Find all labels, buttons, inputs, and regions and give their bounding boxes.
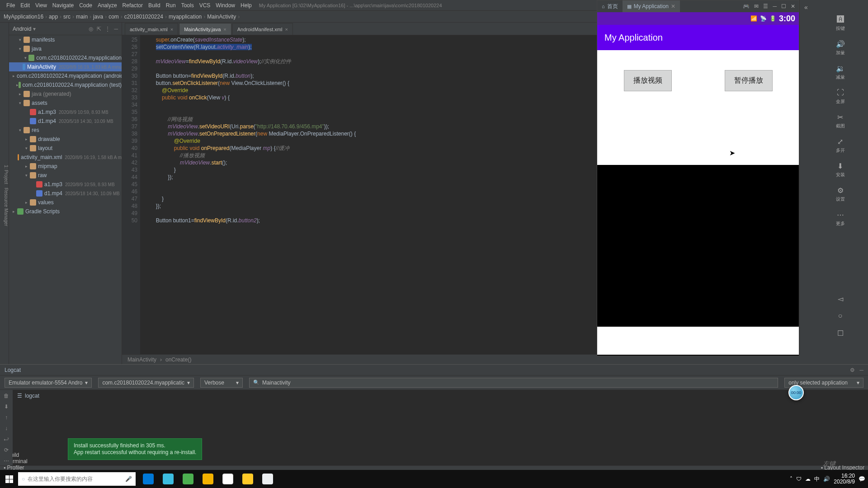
menu-refactor[interactable]: Refactor <box>120 2 146 9</box>
menu-icon[interactable]: ☰ <box>763 3 768 9</box>
play-video-button[interactable]: 播放视频 <box>624 70 672 91</box>
taskbar-app-4[interactable] <box>198 470 218 488</box>
video-view[interactable] <box>597 165 799 327</box>
tray-cloud-icon[interactable]: ☁ <box>805 476 811 482</box>
logcat-search[interactable]: 🔍 Mainactivity <box>249 378 778 388</box>
taskbar-app-3[interactable] <box>178 470 198 488</box>
chevron-down-icon[interactable]: ▾ <box>33 26 36 32</box>
tree-node[interactable]: ▾ layout <box>9 144 122 153</box>
menu-window[interactable]: Window <box>213 2 238 9</box>
emulator-tab-app[interactable]: ▦ My Application ✕ <box>623 0 680 12</box>
tree-node[interactable]: ▸ values <box>9 198 122 207</box>
tree-node[interactable]: a1.mp32020/8/9 10:59, 8.93 MB <box>9 108 122 117</box>
taskbar-app-6[interactable] <box>238 470 258 488</box>
tray-chevron[interactable]: ˄ <box>790 476 793 482</box>
hide-icon[interactable]: ─ <box>114 26 118 32</box>
menu-build[interactable]: Build <box>146 2 163 9</box>
level-selector[interactable]: Verbose▾ <box>200 378 243 388</box>
emu-action-多开[interactable]: ⤢多开 <box>812 137 868 154</box>
tree-node[interactable]: d1.mp42020/5/18 14:30, 10.09 MB <box>9 189 122 198</box>
device-selector[interactable]: Emulator emulator-5554 Andro▾ <box>5 378 92 388</box>
mail-icon[interactable]: ✉ <box>754 3 759 9</box>
emu-action-更多[interactable]: ⋯更多 <box>812 211 868 227</box>
taskbar-app-1[interactable] <box>138 470 158 488</box>
tree-node[interactable]: ▾ com.c201801020224.myapplication <box>9 53 122 62</box>
restart-icon[interactable]: ⟳ <box>3 447 10 454</box>
tray-notifications-icon[interactable]: 💬 <box>859 476 865 482</box>
menu-help[interactable]: Help <box>238 2 255 9</box>
tree-node[interactable]: activity_main.xml2020/8/9 16:19, 1.58 kB… <box>9 153 122 162</box>
emu-close-icon[interactable]: ✕ <box>791 3 795 9</box>
project-panel-header[interactable]: Android ▾ ◎ ⇱ ⋮ ─ <box>9 23 122 35</box>
gear-icon[interactable]: ⚙ <box>850 367 855 373</box>
process-selector[interactable]: com.c201801020224.myapplicatic▾ <box>98 378 193 388</box>
menu-vcs[interactable]: VCS <box>197 2 213 9</box>
emu-action-设置[interactable]: ⚙设置 <box>812 186 868 202</box>
breadcrumb[interactable]: MyApplication16›app›src›main›java›com›c2… <box>4 14 240 20</box>
tree-node[interactable]: ▸ java (generated) <box>9 89 122 99</box>
tree-node[interactable]: ▾ manifests <box>9 35 122 44</box>
more-icon[interactable]: ⋯ <box>3 458 10 465</box>
editor-tab[interactable]: AndroidManifest.xml× <box>232 23 293 35</box>
tree-node[interactable]: ▸ com.c201801020224.myapplication (test) <box>9 80 122 89</box>
emu-action-减量[interactable]: 🔉减量 <box>812 64 868 80</box>
editor-tab[interactable]: MainActivity.java× <box>179 23 231 35</box>
tree-node[interactable]: a1.mp32020/8/9 10:59, 8.93 MB <box>9 180 122 189</box>
menu-view[interactable]: View <box>33 2 50 9</box>
taskbar-search[interactable]: ○ 🎤 <box>18 472 136 486</box>
menu-code[interactable]: Code <box>76 2 95 9</box>
search-input[interactable] <box>28 476 123 482</box>
tray-ime-icon[interactable]: 中 <box>814 475 820 483</box>
close-icon[interactable]: × <box>285 27 288 32</box>
trash-icon[interactable]: 🗑 <box>3 393 10 400</box>
nav-home-icon[interactable]: ○ <box>836 312 845 321</box>
tray-clock[interactable]: 16:20 2020/8/9 <box>834 473 855 485</box>
taskbar-app-2[interactable] <box>158 470 178 488</box>
gamepad-icon[interactable]: 🎮 <box>743 3 750 9</box>
emu-action-截图[interactable]: ✂截图 <box>812 113 868 129</box>
close-icon[interactable]: × <box>170 27 173 32</box>
emulator-tab-home[interactable]: ⌂ 首页 <box>597 0 623 12</box>
editor-tab[interactable]: activity_main.xml× <box>125 23 178 35</box>
emu-min-icon[interactable]: ─ <box>773 3 777 9</box>
settings-icon[interactable]: ⋮ <box>105 26 110 32</box>
tree-node[interactable]: ▸ drawable <box>9 135 122 144</box>
close-icon[interactable]: ✕ <box>671 3 675 9</box>
nav-back-icon[interactable]: ◅ <box>836 295 845 304</box>
tree-node[interactable]: ▾ res <box>9 126 122 135</box>
collapse-icon[interactable]: ⇱ <box>97 26 101 32</box>
scroll-end-icon[interactable]: ⬇ <box>3 404 10 411</box>
tree-node[interactable]: MainActivity2020/8/9 16:19, 1.83 kB A mi… <box>9 62 122 71</box>
emu-action-按键[interactable]: 🅰按键 <box>812 15 868 32</box>
tree-node[interactable]: ▸ Gradle Scripts <box>9 207 122 216</box>
menu-tools[interactable]: Tools <box>179 2 197 9</box>
taskbar-app-7[interactable] <box>258 470 278 488</box>
emu-action-加量[interactable]: 🔊加量 <box>812 40 868 56</box>
up-icon[interactable]: ↑ <box>3 414 10 422</box>
close-icon[interactable]: × <box>223 27 226 32</box>
logcat-tab[interactable]: logcat <box>25 393 39 399</box>
emu-action-全屏[interactable]: ⛶全屏 <box>812 89 868 105</box>
emu-max-icon[interactable]: ☐ <box>781 3 786 9</box>
wrap-icon[interactable]: ⮐ <box>3 436 10 443</box>
mic-icon[interactable]: 🎤 <box>125 476 132 482</box>
project-tree[interactable]: ▾ manifests ▾ java ▾ com.c201801020224.m… <box>9 35 122 364</box>
filter-icon[interactable]: ☰ <box>17 393 22 399</box>
float-timer[interactable]: 00:00 <box>788 385 804 400</box>
menu-file[interactable]: File <box>4 2 18 9</box>
menu-edit[interactable]: Edit <box>18 2 33 9</box>
collapse-emu-icon[interactable]: « <box>802 4 810 12</box>
menu-navigate[interactable]: Navigate <box>50 2 76 9</box>
target-icon[interactable]: ◎ <box>89 26 93 32</box>
tree-node[interactable]: ▾ raw <box>9 171 122 180</box>
device-screen[interactable]: 📶 📡 🔋 3:00 My Application 播放视频 暂停播放 ➤ <box>597 12 799 356</box>
menu-run[interactable]: Run <box>163 2 179 9</box>
tree-node[interactable]: ▸ mipmap <box>9 162 122 171</box>
left-tool-strip[interactable]: 1: Project Resource Manager <box>0 23 9 364</box>
emu-action-安装[interactable]: ⬇安装 <box>812 162 868 178</box>
tree-node[interactable]: ▸ com.c201801020224.myapplication (andro… <box>9 71 122 80</box>
tray-shield-icon[interactable]: 🛡 <box>796 476 802 482</box>
tree-node[interactable]: d1.mp42020/5/18 14:30, 10.09 MB <box>9 117 122 126</box>
line-gutter[interactable]: 2526272829303132333435363738394041424344… <box>122 35 140 354</box>
nav-recent-icon[interactable]: ☐ <box>836 329 845 338</box>
